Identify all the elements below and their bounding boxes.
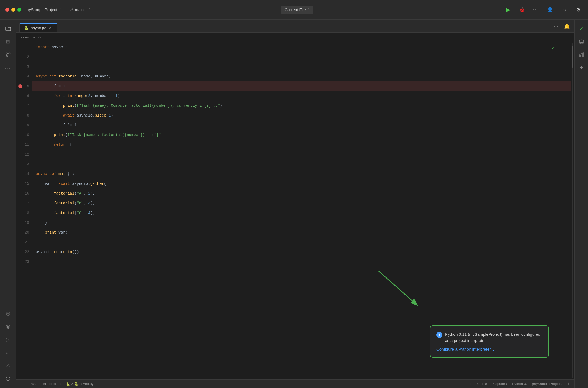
tooltip-popup: i Python 3.11 (mySampleProject) has been… <box>430 325 549 358</box>
line-numbers: 1 2 3 4 5 6 7 8 9 10 11 12 13 14 15 16 1… <box>16 42 32 379</box>
minimize-button[interactable] <box>11 8 15 12</box>
line-num-18: 18 <box>16 208 32 218</box>
code-line-2 <box>32 52 571 62</box>
code-line-3 <box>32 62 571 72</box>
close-button[interactable] <box>5 8 9 12</box>
sidebar-item-search[interactable]: ⊞ <box>2 36 14 48</box>
line-num-11: 11 <box>16 140 32 150</box>
svg-point-6 <box>580 40 583 41</box>
run-button[interactable]: ▶ <box>504 5 512 14</box>
code-line-4: async def factorial(name, number): <box>32 72 571 81</box>
configure-interpreter-link[interactable]: Configure a Python interpreter... <box>436 347 494 351</box>
green-arrow <box>370 266 424 309</box>
svg-point-1 <box>9 53 10 54</box>
tooltip-message: Python 3.11 (mySampleProject) has been c… <box>445 331 543 344</box>
language-status[interactable]: Python 3.11 (mySampleProject) <box>512 382 562 386</box>
editor-content[interactable]: 1 2 3 4 5 6 7 8 9 10 11 12 13 14 15 16 1… <box>16 42 574 379</box>
debug-button[interactable]: 🐞 <box>518 5 526 14</box>
notification-bell[interactable]: 🔔 <box>563 22 571 31</box>
breadcrumb: async main() <box>21 35 41 39</box>
sidebar-item-run[interactable]: ▷ <box>2 334 14 346</box>
branch-info[interactable]: ⎇ main ↑ ˅ <box>69 7 91 12</box>
indent-status[interactable]: 4 spaces <box>492 382 507 386</box>
tab-more-button[interactable]: ··· <box>552 22 560 31</box>
info-icon: i <box>436 332 442 338</box>
line-num-3: 3 <box>16 62 32 72</box>
line-num-6: 6 <box>16 91 32 101</box>
maximize-button[interactable] <box>17 8 21 12</box>
sidebar-item-terminal[interactable]: >_ <box>2 347 14 359</box>
line-num-16: 16 <box>16 189 32 198</box>
sidebar-item-errors[interactable]: ⚠ <box>2 360 14 372</box>
line-num-14: 14 <box>16 169 32 179</box>
editor-container: 🐍 async.py ✕ ··· 🔔 async main() 1 2 3 4 <box>16 20 574 388</box>
status-left: ⊡ ⊡ mySampleProject › 🐍 > 🐍 async.py <box>21 382 93 386</box>
tab-close-button[interactable]: ✕ <box>48 26 52 30</box>
code-line-5: f = 1 <box>32 81 571 91</box>
line-num-7: 7 <box>16 101 32 111</box>
line-num-19: 19 <box>16 218 32 228</box>
sidebar-item-more[interactable]: ··· <box>2 62 14 74</box>
code-line-12 <box>32 150 571 159</box>
sidebar-item-git[interactable] <box>2 49 14 61</box>
line-num-23: 23 <box>16 257 32 267</box>
right-sidebar-sparkle[interactable]: ✦ <box>576 62 587 74</box>
titlebar-right: ▶ 🐞 ··· 👤 ⌕ ⚙ <box>504 5 583 14</box>
scroll-thumb[interactable] <box>572 46 573 68</box>
settings-button[interactable]: ⚙ <box>574 5 583 14</box>
sidebar-item-layers[interactable] <box>2 321 14 333</box>
tab-bar-actions: ··· 🔔 <box>552 22 571 32</box>
project-path[interactable]: ⊡ ⊡ mySampleProject <box>21 382 56 386</box>
python-file-icon: 🐍 <box>24 26 29 30</box>
file-path-status[interactable]: 🐍 > 🐍 async.py <box>66 382 93 386</box>
line-ending-status[interactable]: LF <box>468 382 472 386</box>
tab-label: async.py <box>31 26 46 30</box>
sidebar-right: ✓ ✦ <box>574 20 588 388</box>
upload-icon[interactable]: ⇧ <box>567 382 570 386</box>
encoding-status[interactable]: UTF-8 <box>477 382 487 386</box>
titlebar-center: Current File ˅ <box>95 6 499 14</box>
breakpoint <box>18 84 22 88</box>
code-line-20: print(var) <box>32 228 571 237</box>
right-sidebar-checkmark[interactable]: ✓ <box>576 23 587 35</box>
line-num-10: 10 <box>16 130 32 140</box>
line-num-22: 22 <box>16 247 32 257</box>
tab-bar: 🐍 async.py ✕ ··· 🔔 <box>16 20 574 33</box>
line-num-5: 5 <box>16 81 32 91</box>
editor-scrollbar[interactable] <box>571 42 574 379</box>
line-num-8: 8 <box>16 111 32 120</box>
code-line-7: print(f"Task {name}: Compute factorial({… <box>32 101 571 111</box>
sidebar-item-extensions[interactable]: ⊕ <box>2 308 14 320</box>
code-line-23 <box>32 257 571 267</box>
scroll-track[interactable] <box>572 43 573 378</box>
line-num-4: 4 <box>16 72 32 81</box>
titlebar: mySampleProject ˅ ⎇ main ↑ ˅ Current Fil… <box>0 0 588 20</box>
line-num-12: 12 <box>16 150 32 159</box>
sidebar-item-source[interactable] <box>2 373 14 385</box>
line-num-1: 1 <box>16 42 32 52</box>
sidebar-left: ⊞ ··· ⊕ ▷ >_ ⚠ <box>0 20 16 388</box>
sidebar-item-folder[interactable] <box>2 23 14 35</box>
tab-async-py[interactable]: 🐍 async.py ✕ <box>19 23 57 32</box>
tooltip-header: i Python 3.11 (mySampleProject) has been… <box>436 331 543 344</box>
more-actions-button[interactable]: ··· <box>532 5 540 14</box>
code-line-13 <box>32 159 571 169</box>
code-line-15: var = await asyncio.gather( <box>32 179 571 189</box>
svg-rect-8 <box>581 54 582 57</box>
current-file-button[interactable]: Current File ˅ <box>281 6 313 14</box>
project-name[interactable]: mySampleProject ˅ <box>25 7 61 12</box>
search-button[interactable]: ⌕ <box>560 5 569 14</box>
status-right: LF UTF-8 4 spaces Python 3.11 (mySampleP… <box>468 382 570 386</box>
checkmark-status: ✓ <box>551 44 556 51</box>
right-sidebar-chart[interactable] <box>576 49 587 61</box>
line-num-9: 9 <box>16 120 32 130</box>
code-area[interactable]: import asyncio async def factorial(name,… <box>32 42 571 379</box>
svg-rect-9 <box>583 53 584 57</box>
add-user-button[interactable]: 👤 <box>546 5 554 14</box>
svg-point-2 <box>6 56 7 57</box>
code-line-22: asyncio.run(main()) <box>32 247 571 257</box>
code-line-19: ) <box>32 218 571 228</box>
right-sidebar-database[interactable] <box>576 36 587 48</box>
code-line-1: import asyncio <box>32 42 571 52</box>
breadcrumb-bar: async main() <box>16 33 574 42</box>
